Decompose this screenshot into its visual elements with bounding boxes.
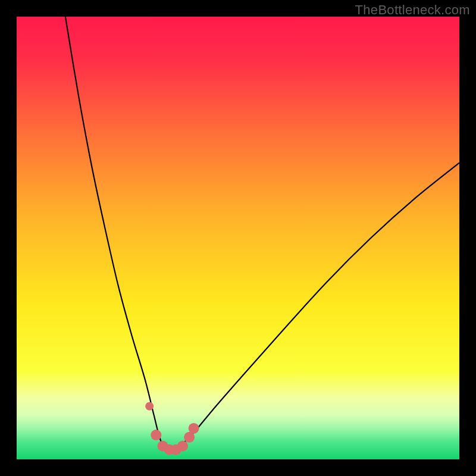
chart-svg	[17, 17, 459, 459]
optimum-marker	[177, 441, 188, 452]
chart-container: TheBottleneck.com	[0, 0, 476, 476]
optimum-marker	[189, 423, 199, 434]
optimum-marker	[145, 402, 154, 411]
watermark-label: TheBottleneck.com	[355, 2, 470, 18]
gradient-background	[17, 17, 459, 459]
plot-area	[17, 17, 459, 459]
optimum-marker	[151, 430, 161, 440]
